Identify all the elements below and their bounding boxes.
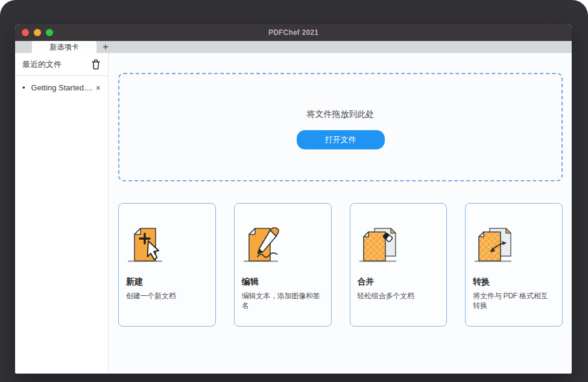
card-title: 编辑 [242, 277, 324, 287]
file-drop-zone[interactable]: 将文件拖放到此处 打开文件 [118, 73, 563, 181]
zoom-window-button[interactable] [46, 29, 53, 36]
titlebar: PDFChef 2021 [15, 24, 572, 41]
app-body: 最近的文件 • Getting Started.... × 将文件拖放到此处 打… [15, 53, 572, 374]
window-title: PDFChef 2021 [268, 28, 318, 37]
app-window: PDFChef 2021 新选项卡 + 最近的文件 • Getting S [15, 24, 572, 374]
tab-label: 新选项卡 [50, 42, 79, 52]
trash-icon[interactable] [91, 59, 101, 70]
open-file-button[interactable]: 打开文件 [297, 130, 385, 149]
action-cards: 新建 创建一个新文档 编辑 编辑文本，添加图像和签名 [118, 203, 563, 327]
tab-bar: 新选项卡 + [15, 41, 572, 53]
add-tab-button[interactable]: + [97, 40, 114, 53]
merge-documents-icon [359, 226, 402, 263]
minimize-window-button[interactable] [34, 29, 41, 36]
new-document-icon [127, 226, 171, 263]
card-description: 轻松组合多个文档 [358, 291, 440, 301]
close-icon[interactable]: × [96, 84, 101, 92]
main-content: 将文件拖放到此处 打开文件 新建 创建一个新文档 [109, 53, 572, 374]
card-title: 新建 [126, 277, 208, 287]
card-title: 合并 [358, 277, 440, 287]
recent-files-header: 最近的文件 [15, 53, 108, 75]
drop-zone-text: 将文件拖放到此处 [307, 109, 375, 120]
recent-files-title: 最近的文件 [22, 59, 62, 70]
recent-file-name[interactable]: Getting Started.... [31, 83, 92, 92]
plus-icon: + [103, 41, 109, 53]
card-description: 创建一个新文档 [126, 291, 208, 301]
card-merge[interactable]: 合并 轻松组合多个文档 [350, 203, 447, 327]
convert-documents-icon [474, 226, 517, 263]
sidebar-recent-files: 最近的文件 • Getting Started.... × [15, 53, 109, 374]
edit-document-icon [243, 226, 286, 263]
bullet-icon: • [22, 83, 25, 92]
card-title: 转换 [473, 277, 555, 287]
tab-new-tab[interactable]: 新选项卡 [32, 41, 96, 53]
card-edit[interactable]: 编辑 编辑文本，添加图像和签名 [234, 203, 332, 327]
card-description: 将文件与 PDF 格式相互转换 [473, 291, 555, 310]
window-controls [22, 29, 53, 36]
card-description: 编辑文本，添加图像和签名 [242, 291, 324, 310]
close-window-button[interactable] [22, 29, 29, 36]
card-new[interactable]: 新建 创建一个新文档 [118, 203, 216, 327]
recent-file-item[interactable]: • Getting Started.... × [15, 76, 108, 98]
card-convert[interactable]: 转换 将文件与 PDF 格式相互转换 [465, 203, 563, 327]
